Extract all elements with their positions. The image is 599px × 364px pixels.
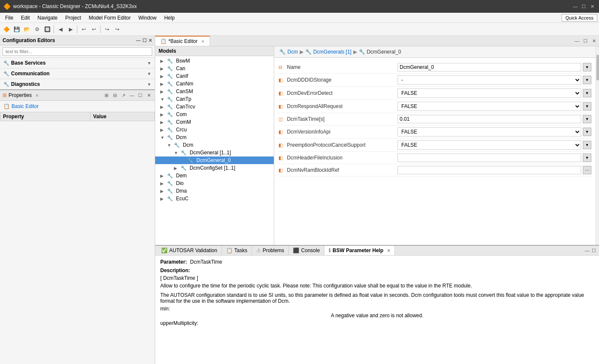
tab-basic-editor[interactable]: 📋 *Basic Editor ✕	[155, 36, 210, 46]
prop-value-select[interactable]: -	[397, 75, 581, 85]
toolbar-new[interactable]: 🔶	[2, 25, 11, 34]
form-scrollbar[interactable]	[596, 46, 599, 245]
prop-row: ◧ DcmRespondAllRequest FALSE ▼	[278, 100, 592, 113]
bsw-help-close[interactable]: ✕	[387, 248, 390, 253]
prop-value-select[interactable]: FALSE	[397, 102, 581, 111]
prop-row: ◧ DcmDevErrorDetect FALSE ▼	[278, 87, 592, 100]
tree-item[interactable]: ▼ 🔧 CanTp	[155, 95, 274, 103]
prop-dropdown-btn[interactable]: ▼	[583, 102, 591, 111]
tree-item[interactable]: ▶ 🔧 DcmConfigSet [1..1]	[155, 164, 274, 172]
quick-access-button[interactable]: Quick Access	[562, 14, 597, 22]
editor-close-btn[interactable]: ✕	[590, 37, 597, 44]
tree-item[interactable]: ▼ 🔧 Dcm	[155, 141, 274, 149]
prop-dropdown-btn[interactable]: ▼	[583, 115, 591, 123]
prop-value-select[interactable]: FALSE	[397, 140, 581, 150]
toolbar-icon1[interactable]: ⚙	[32, 25, 42, 34]
props-btn3[interactable]: ↗	[120, 92, 127, 99]
properties-close-icon[interactable]: ✕	[35, 93, 39, 98]
tab-autosar-validation[interactable]: ✅ AUTOSAR Validation	[157, 246, 222, 255]
maximize-btn[interactable]: ☐	[580, 3, 587, 10]
props-btn1[interactable]: ⊞	[103, 92, 110, 99]
props-panel-close[interactable]: ✕	[145, 92, 152, 99]
toolbar-separator-2	[77, 26, 77, 33]
tree-item[interactable]: ▼ 🔧 Dcm	[155, 134, 274, 141]
panel-minimize-btn[interactable]: —	[136, 38, 141, 43]
prop-dropdown-btn[interactable]: ▼	[583, 89, 591, 97]
toolbar-icon2[interactable]: 🔲	[43, 25, 52, 34]
tree-node-label: CanSM	[176, 88, 193, 94]
prop-dropdown-btn[interactable]: ▼	[583, 154, 591, 162]
prop-value-select[interactable]: FALSE	[397, 127, 581, 136]
props-maximize[interactable]: ☐	[137, 92, 144, 99]
toolbar-open[interactable]: 📂	[22, 25, 31, 34]
basic-editor-link[interactable]: 📋 Basic Editor	[0, 101, 155, 112]
minimize-btn[interactable]: —	[572, 3, 579, 10]
menu-file[interactable]: File	[2, 14, 17, 22]
toolbar-save[interactable]: 💾	[12, 25, 21, 34]
tree-item[interactable]: ▶ 🔧 CanIf	[155, 72, 274, 80]
tree-item[interactable]: ▶ 🔧 Crcu	[155, 126, 274, 134]
editor-max-btn[interactable]: ☐	[582, 37, 589, 44]
menu-help[interactable]: Help	[161, 14, 178, 22]
prop-dropdown-btn[interactable]: ▼	[583, 63, 591, 71]
tree-node-icon: 🔧	[187, 158, 193, 163]
form-scroll-thumb[interactable]	[596, 55, 599, 80]
toolbar-icon3[interactable]: ◀	[56, 25, 65, 34]
panel-close-btn[interactable]: ✕	[148, 38, 152, 43]
tree-item[interactable]: ▶ 🔧 Dem	[155, 172, 274, 179]
tree-item[interactable]: ▶ 🔧 BswM	[155, 57, 274, 65]
prop-value-input[interactable]	[397, 154, 581, 162]
tree-item[interactable]: ▶ 🔧 ComM	[155, 118, 274, 126]
tab-close-btn[interactable]: ✕	[201, 39, 204, 44]
toolbar-redo2[interactable]: ↪	[113, 25, 122, 34]
bottom-panel-min[interactable]: —	[584, 247, 590, 254]
tree-item[interactable]: ▶ 🔧 CanTrcv	[155, 103, 274, 111]
tree-node-icon: 🔧	[174, 142, 180, 148]
prop-value-select[interactable]: FALSE	[397, 88, 581, 98]
tree-node-icon: 🔧	[167, 74, 173, 79]
tab-tasks[interactable]: 📋 Tasks	[222, 246, 252, 255]
toolbar-undo[interactable]: ↩	[79, 25, 88, 34]
breadcrumb-dcm[interactable]: Dcm	[287, 49, 298, 55]
tab-console[interactable]: ⬛ Console	[289, 246, 324, 255]
menu-edit[interactable]: Edit	[17, 14, 33, 22]
filter-input[interactable]	[3, 47, 152, 56]
tree-item[interactable]: ▶ 🔧 Dma	[155, 187, 274, 195]
menu-project[interactable]: Project	[62, 14, 84, 22]
section-diagnostics[interactable]: 🔧 Diagnostics ▼	[0, 79, 155, 89]
menu-navigate[interactable]: Navigate	[34, 14, 61, 22]
editor-min-btn[interactable]: —	[573, 37, 580, 44]
menu-model-form-editor[interactable]: Model Form Editor	[85, 14, 134, 22]
section-base-services[interactable]: 🔧 Base Services ▼	[0, 57, 155, 68]
prop-dropdown-btn[interactable]: ▼	[583, 76, 591, 84]
tree-item[interactable]: ▶ 🔧 EcuC	[155, 195, 274, 202]
tree-item[interactable]: ▶ 🔧 Com	[155, 111, 274, 118]
toolbar-undo2[interactable]: ↩	[89, 25, 99, 34]
bottom-panel-max[interactable]: ☐	[590, 247, 597, 254]
prop-value-input[interactable]	[397, 63, 581, 71]
props-btn2[interactable]: ⊟	[111, 92, 118, 99]
close-btn[interactable]: ✕	[589, 3, 596, 10]
menu-window[interactable]: Window	[135, 14, 160, 22]
prop-browse-btn[interactable]: ⋯	[583, 166, 591, 174]
tree-item[interactable]: ▼ 🔧 DcmGeneral [1..1]	[155, 149, 274, 156]
tree-item[interactable]: 🔧 DcmGeneral_0	[155, 156, 274, 164]
prop-dropdown-btn[interactable]: ▼	[583, 128, 591, 136]
props-minimize[interactable]: —	[128, 92, 135, 99]
models-tree[interactable]: ▶ 🔧 BswM ▶ 🔧 Can ▶ 🔧 CanIf ▶ 🔧 CanNm ▶ 🔧…	[155, 56, 274, 245]
tree-item[interactable]: ▶ 🔧 CanNm	[155, 80, 274, 88]
toolbar-redo[interactable]: ↪	[102, 25, 112, 34]
panel-maximize-btn[interactable]: ☐	[142, 38, 147, 43]
toolbar-icon4[interactable]: ▶	[66, 25, 75, 34]
tab-problems[interactable]: ⚠ Problems	[252, 246, 289, 255]
tree-item[interactable]: ▶ 🔧 CanSM	[155, 88, 274, 95]
section-communication[interactable]: 🔧 Communication ▼	[0, 68, 155, 79]
breadcrumb-generals[interactable]: DcmGenerals [1]	[313, 49, 352, 55]
tree-item[interactable]: ▶ 🔧 Can	[155, 65, 274, 72]
prop-value-input[interactable]	[397, 166, 581, 174]
prop-dropdown-btn[interactable]: ▼	[583, 141, 591, 149]
prop-value-input[interactable]	[397, 115, 581, 123]
tab-bsw-param-help[interactable]: ℹ BSW Parameter Help ✕	[324, 246, 395, 255]
tree-node-label: CanTrcv	[176, 104, 195, 110]
tree-item[interactable]: ▶ 🔧 Dio	[155, 179, 274, 187]
